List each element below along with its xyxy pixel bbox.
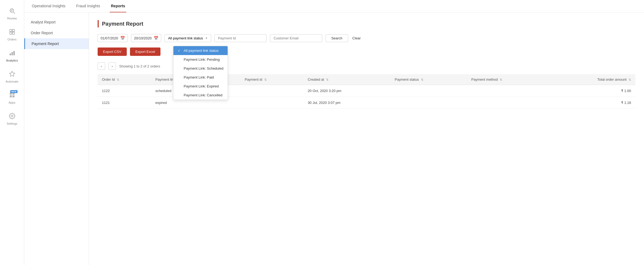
sidebar-item-settings[interactable]: Settings (0, 110, 24, 128)
dropdown-option-expired-label: Payment Link: Expired (184, 84, 219, 88)
left-nav-order-report[interactable]: Order Report (24, 28, 89, 38)
date-to-input[interactable]: 20/10/2020 📅 (131, 34, 161, 42)
svg-rect-5 (12, 29, 15, 32)
settings-icon (9, 113, 15, 121)
tab-operational-insights[interactable]: Operational Insights (31, 0, 67, 12)
svg-marker-11 (9, 71, 15, 76)
cell-payment-method (467, 85, 549, 97)
date-from-input[interactable]: 01/07/2020 📅 (98, 34, 128, 42)
cell-created-at: 20 Oct, 2020 3:20 pm (303, 85, 390, 97)
sidebar-item-orders[interactable]: Orders (0, 25, 24, 44)
col-payment-method[interactable]: Payment method ⇅ (467, 74, 549, 85)
cell-order-id: 1122 (98, 85, 151, 97)
dropdown-option-all[interactable]: ✓ All payment link status (173, 46, 228, 55)
filter-row: 01/07/2020 📅 20/10/2020 📅 All payment li… (98, 34, 635, 42)
cell-created-at: 30 Jul, 2020 3:07 pm (303, 97, 390, 109)
chevron-right-icon: › (112, 64, 113, 68)
sort-order-id-icon: ⇅ (117, 78, 119, 81)
cell-total-order-amount: ₹ 1.00 (548, 85, 635, 97)
calendar-from-icon: 📅 (120, 36, 125, 40)
sort-pm-icon: ⇅ (500, 78, 502, 81)
cell-payment-id (240, 85, 303, 97)
col-total-order-amount[interactable]: Total order amount ⇅ (548, 74, 635, 85)
next-page-button[interactable]: › (108, 62, 116, 70)
sort-toa-icon: ⇅ (629, 78, 631, 81)
col-payment-id[interactable]: Payment id ⇅ (240, 74, 303, 85)
new-badge: new (10, 90, 18, 93)
status-dropdown-menu: ✓ All payment link status Payment Link: … (173, 46, 228, 100)
cell-payment-method (467, 97, 549, 109)
col-created-at[interactable]: Created at ⇅ (303, 74, 390, 85)
sidebar-item-apps[interactable]: new Apps (0, 89, 24, 107)
svg-line-1 (13, 12, 15, 14)
customer-email-input[interactable] (270, 34, 322, 42)
page-title-bar: Payment Report (98, 20, 635, 28)
svg-rect-10 (13, 51, 15, 55)
dropdown-option-pending-label: Payment Link: Pending (184, 57, 220, 62)
payment-id-input[interactable] (214, 34, 267, 42)
sidebar-item-automate-label: Automate (6, 80, 18, 83)
dropdown-selected-label: All payment link status (168, 36, 203, 40)
date-to-value: 20/10/2020 (134, 36, 152, 40)
analytics-icon (9, 50, 15, 58)
dropdown-option-scheduled[interactable]: Payment Link: Scheduled (173, 64, 228, 73)
dropdown-option-expired[interactable]: Payment Link: Expired (173, 82, 228, 91)
prev-page-button[interactable]: ‹ (98, 62, 105, 70)
svg-rect-3 (11, 11, 12, 11)
sort-ps-icon: ⇅ (421, 78, 423, 81)
left-nav-analyst-report[interactable]: Analyst Report (24, 17, 89, 28)
date-from-value: 01/07/2020 (101, 36, 118, 40)
title-accent (98, 20, 99, 28)
check-icon: ✓ (178, 49, 181, 53)
svg-rect-6 (10, 32, 12, 34)
tab-fraud-insights[interactable]: Fraud Insights (75, 0, 101, 12)
sidebar: Review Orders Analytics (0, 0, 24, 265)
dropdown-option-paid[interactable]: Payment Link: Paid (173, 73, 228, 82)
main-area: Operational Insights Fraud Insights Repo… (24, 0, 644, 265)
search-button[interactable]: Search (326, 34, 348, 42)
svg-rect-14 (10, 95, 12, 97)
svg-rect-4 (10, 29, 12, 32)
page-content: Payment Report 01/07/2020 📅 20/10/2020 📅… (89, 12, 644, 265)
clear-button[interactable]: Clear (351, 35, 362, 42)
dropdown-option-cancelled-label: Payment Link: Cancelled (184, 93, 222, 97)
svg-rect-8 (10, 53, 11, 55)
sidebar-item-review[interactable]: Review (0, 4, 24, 23)
content-area: Analyst Report Order Report Payment Repo… (24, 12, 644, 265)
tab-reports[interactable]: Reports (110, 0, 126, 12)
dropdown-option-paid-label: Payment Link: Paid (184, 75, 214, 79)
cell-payment-id (240, 97, 303, 109)
calendar-to-icon: 📅 (154, 36, 158, 40)
dropdown-option-all-label: All payment link status (184, 49, 218, 53)
sidebar-item-orders-label: Orders (8, 38, 17, 41)
sidebar-item-analytics-label: Analytics (6, 59, 18, 62)
svg-rect-7 (12, 32, 15, 34)
col-order-id[interactable]: Order Id ⇅ (98, 74, 151, 85)
sidebar-item-analytics[interactable]: Analytics (0, 46, 24, 65)
svg-point-16 (11, 115, 13, 117)
dropdown-option-cancelled[interactable]: Payment Link: Cancelled (173, 91, 228, 100)
orders-icon (9, 29, 15, 37)
dropdown-option-pending[interactable]: Payment Link: Pending (173, 55, 228, 64)
svg-rect-9 (12, 52, 13, 55)
sidebar-item-automate[interactable]: Automate (0, 67, 24, 86)
left-nav-payment-report[interactable]: Payment Report (24, 38, 89, 49)
cell-payment-status (390, 85, 467, 97)
automate-icon (9, 71, 15, 79)
sort-created-icon: ⇅ (326, 78, 328, 81)
col-payment-status[interactable]: Payment status ⇅ (390, 74, 467, 85)
svg-rect-2 (11, 10, 13, 10)
svg-rect-15 (12, 95, 15, 97)
review-icon (9, 8, 15, 16)
sidebar-item-settings-label: Settings (7, 122, 18, 125)
status-dropdown[interactable]: All payment link status ▼ (165, 34, 211, 42)
sort-pid-icon: ⇅ (264, 78, 267, 81)
top-tabs: Operational Insights Fraud Insights Repo… (24, 0, 644, 12)
pagination-info: Showing 1 to 2 of 2 orders (119, 64, 160, 68)
chevron-left-icon: ‹ (101, 64, 102, 68)
page-title: Payment Report (102, 21, 143, 27)
sidebar-item-review-label: Review (7, 17, 17, 20)
export-excel-button[interactable]: Export Excel (130, 47, 160, 56)
cell-payment-status (390, 97, 467, 109)
export-csv-button[interactable]: Export CSV (98, 47, 127, 56)
